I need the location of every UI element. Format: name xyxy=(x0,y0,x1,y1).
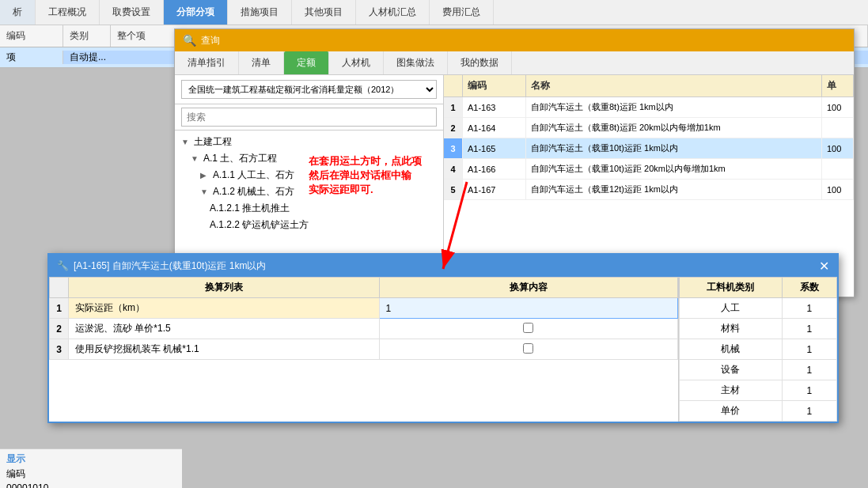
tree-toggle-earthwork: ▼ xyxy=(191,154,200,163)
row-code-3: A1-165 xyxy=(463,138,526,158)
coef-th-type: 工料机类别 xyxy=(680,278,783,298)
row-num-4: 4 xyxy=(444,159,463,179)
conv-checkbox-2[interactable] xyxy=(523,323,533,333)
row-num-5: 5 xyxy=(444,180,463,199)
table-row[interactable]: 5 A1-167 自卸汽车运土（载重12t)运距 1km以内 100 xyxy=(444,180,854,200)
conv-row-1[interactable]: 1 实际运距（km） xyxy=(50,298,678,319)
coef-row-main-material: 主材 1 xyxy=(680,380,837,401)
search-input[interactable] xyxy=(181,108,437,127)
nav-labor-material[interactable]: 人材机汇总 xyxy=(356,0,430,25)
code-value: 00001010 xyxy=(6,482,176,488)
tree-item-bulldozer[interactable]: A.1.2.1 推土机推土 xyxy=(175,200,443,217)
tab-atlas[interactable]: 图集做法 xyxy=(384,51,448,74)
conversion-dialog: 🔧 [A1-165] 自卸汽车运土(载重10t)运距 1km以内 ✕ 换算列表 … xyxy=(47,253,839,423)
row-name-3: 自卸汽车运土（载重10t)运距 1km以内 xyxy=(526,138,822,158)
sidebar-item-label: 项 xyxy=(0,51,63,64)
th-num xyxy=(444,75,463,96)
row-num-2: 2 xyxy=(444,118,463,138)
tree-toggle-civil: ▼ xyxy=(181,138,191,146)
tree-item-machine-earth[interactable]: ▼ A.1.2 机械土、石方 xyxy=(175,183,443,200)
coef-value-equipment: 1 xyxy=(782,360,836,380)
conv-row-content-2[interactable] xyxy=(379,319,677,339)
query-dialog-title-bar: 🔍 查询 xyxy=(175,29,854,51)
code-label: 编码 xyxy=(6,467,176,481)
tab-labor-material[interactable]: 人材机 xyxy=(329,51,384,74)
tree-label-machine-earth: A.1.2 机械土、石方 xyxy=(213,185,294,199)
query-icon: 🔍 xyxy=(183,34,196,47)
tree-item-earthwork[interactable]: ▼ A.1 土、石方工程 xyxy=(175,150,443,167)
left-bottom-panel: 显示 编码 00001010 xyxy=(0,448,182,488)
table-row[interactable]: 1 A1-163 自卸汽车运土（载重8t)运距 1km以内 100 xyxy=(444,97,854,118)
coef-type-equipment: 设备 xyxy=(680,360,783,380)
tree-label-earthwork: A.1 土、石方工程 xyxy=(203,152,277,165)
coef-row-material: 材料 1 xyxy=(680,319,837,339)
table-row[interactable]: 4 A1-166 自卸汽车运土（载重10t)运距 20km以内每增加1km xyxy=(444,159,854,180)
row-code-1: A1-163 xyxy=(463,97,526,117)
sub-dialog-body: 换算列表 换算内容 1 实际运距（km） 2 运淤泥、流砂 单价*1.5 xyxy=(49,277,837,422)
coef-type-labor: 人工 xyxy=(680,298,783,319)
nav-fee-settings[interactable]: 取费设置 xyxy=(100,0,164,25)
search-area xyxy=(175,104,443,131)
conv-row-num-3: 3 xyxy=(50,339,69,360)
right-table-header: 编码 名称 单 xyxy=(444,75,854,97)
row-name-4: 自卸汽车运土（载重10t)运距 20km以内每增加1km xyxy=(526,159,822,179)
sub-dialog-title-bar: 🔧 [A1-165] 自卸汽车运土(载重10t)运距 1km以内 ✕ xyxy=(49,255,837,277)
row-code-5: A1-167 xyxy=(463,180,526,199)
top-navigation: 析 工程概况 取费设置 分部分项 措施项目 其他项目 人材机汇总 费用汇总 xyxy=(0,0,868,25)
sub-dialog-title-text: [A1-165] 自卸汽车运土(载重10t)运距 1km以内 xyxy=(74,259,266,273)
col-code: 编码 xyxy=(0,25,63,47)
display-label[interactable]: 显示 xyxy=(6,452,176,466)
sub-dialog-close-button[interactable]: ✕ xyxy=(819,259,829,274)
th-unit: 单 xyxy=(822,75,854,96)
conv-th-content: 换算内容 xyxy=(379,278,677,298)
tree-toggle-machine-earth: ▼ xyxy=(200,187,210,196)
tree-item-scraper[interactable]: A.1.2.2 铲运机铲运土方 xyxy=(175,217,443,233)
nav-overview[interactable]: 工程概况 xyxy=(36,0,100,25)
tab-list[interactable]: 清单 xyxy=(239,51,284,74)
coefficient-table-area: 工料机类别 系数 人工 1 材料 1 机械 1 xyxy=(679,277,837,422)
th-code: 编码 xyxy=(463,75,526,96)
coef-type-main: 主材 xyxy=(680,380,783,401)
coefficient-table: 工料机类别 系数 人工 1 材料 1 机械 1 xyxy=(679,277,837,422)
coef-row-labor: 人工 1 xyxy=(680,298,837,319)
coef-value-material: 1 xyxy=(782,319,836,339)
row-unit-2 xyxy=(822,118,854,138)
tree-label-bulldozer: A.1.2.1 推土机推土 xyxy=(210,202,290,215)
coef-value-machine: 1 xyxy=(782,339,836,360)
table-row[interactable]: 2 A1-164 自卸汽车运土（载重8t)运距 20km以内每增加1km xyxy=(444,118,854,138)
sub-dialog-icon: 🔧 xyxy=(57,260,69,271)
conv-row-num-2: 2 xyxy=(50,319,69,339)
conversion-table: 换算列表 换算内容 1 实际运距（km） 2 运淤泥、流砂 单价*1.5 xyxy=(49,277,678,360)
coef-value-unit: 1 xyxy=(782,401,836,422)
conv-row-3[interactable]: 3 使用反铲挖掘机装车 机械*1.1 xyxy=(50,339,678,360)
coef-row-machine: 机械 1 xyxy=(680,339,837,360)
conv-input-distance[interactable] xyxy=(386,303,671,314)
conv-row-num-1: 1 xyxy=(50,298,69,319)
conv-row-desc-2: 运淤泥、流砂 单价*1.5 xyxy=(69,319,380,339)
tab-list-guide[interactable]: 清单指引 xyxy=(175,51,239,74)
conv-row-desc-1: 实际运距（km） xyxy=(69,298,380,319)
conv-row-content-1[interactable] xyxy=(379,298,677,319)
nav-measures[interactable]: 措施项目 xyxy=(228,0,292,25)
coef-type-machine: 机械 xyxy=(680,339,783,360)
row-name-2: 自卸汽车运土（载重8t)运距 20km以内每增加1km xyxy=(526,118,822,138)
nav-analysis[interactable]: 析 xyxy=(0,0,36,25)
nav-other-items[interactable]: 其他项目 xyxy=(292,0,356,25)
row-num-3: 3 xyxy=(444,138,463,158)
conv-row-content-3[interactable] xyxy=(379,339,677,360)
tree-item-manual-earth[interactable]: ▶ A.1.1 人工土、石方 xyxy=(175,167,443,183)
conv-row-2[interactable]: 2 运淤泥、流砂 单价*1.5 xyxy=(50,319,678,339)
tab-quota[interactable]: 定额 xyxy=(284,51,329,74)
th-name: 名称 xyxy=(526,75,822,96)
nav-cost-summary[interactable]: 费用汇总 xyxy=(430,0,494,25)
tree-toggle-manual-earth: ▶ xyxy=(200,171,210,180)
conv-th-list: 换算列表 xyxy=(69,278,380,298)
sub-dialog-title-content: 🔧 [A1-165] 自卸汽车运土(载重10t)运距 1km以内 xyxy=(57,259,266,273)
quota-dropdown[interactable]: 全国统一建筑工程基础定额河北省消耗量定额（2012） xyxy=(181,80,437,99)
nav-sub-items[interactable]: 分部分项 xyxy=(164,0,228,25)
table-row-highlighted[interactable]: 3 A1-165 自卸汽车运土（载重10t)运距 1km以内 100 xyxy=(444,138,854,159)
tab-my-data[interactable]: 我的数据 xyxy=(448,51,512,74)
tree-item-civil[interactable]: ▼ 土建工程 xyxy=(175,134,443,150)
row-name-5: 自卸汽车运土（载重12t)运距 1km以内 xyxy=(526,180,822,199)
conv-checkbox-3[interactable] xyxy=(523,343,533,354)
